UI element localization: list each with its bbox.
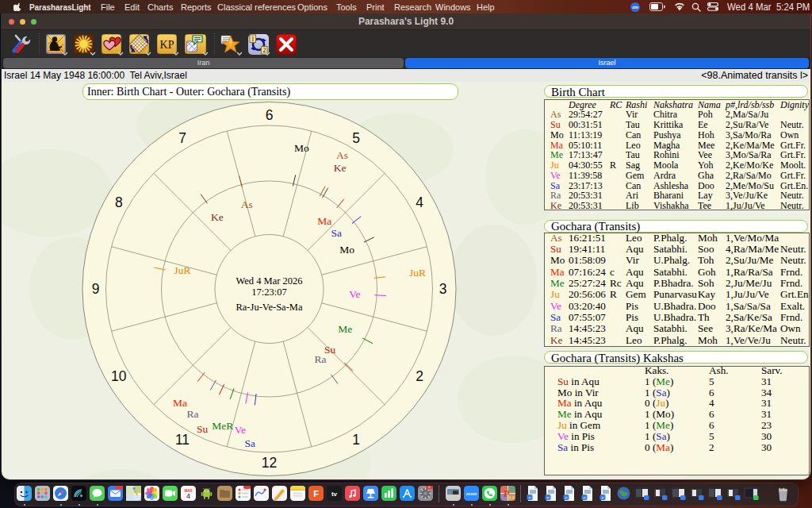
svg-text:4: 4	[186, 492, 190, 500]
svg-text:P: P	[602, 496, 604, 500]
svg-text:P: P	[529, 496, 531, 500]
svg-text:1: 1	[251, 36, 255, 43]
svg-text:zoom: zoom	[466, 491, 477, 496]
svg-text:2: 2	[428, 486, 431, 489]
svg-text:F: F	[313, 489, 319, 498]
svg-text:P: P	[547, 496, 550, 500]
svg-text:P: P	[584, 496, 586, 500]
svg-text:P: P	[565, 496, 568, 500]
svg-text:9.0: 9.0	[509, 495, 515, 500]
svg-text:KP: KP	[160, 39, 174, 51]
svg-text:tv: tv	[331, 491, 338, 498]
